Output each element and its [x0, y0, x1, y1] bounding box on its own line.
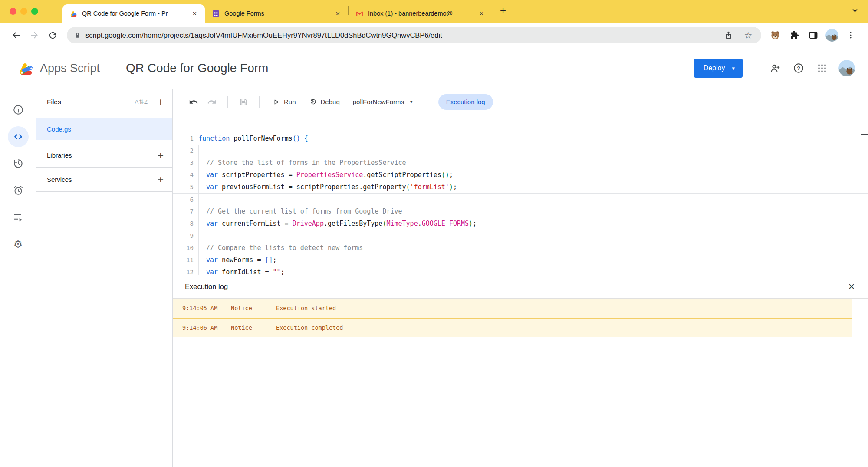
- files-panel-title: Files: [47, 98, 135, 106]
- tab-close-icon[interactable]: ✕: [334, 10, 342, 18]
- undo-icon[interactable]: [186, 94, 201, 110]
- function-selector[interactable]: pollForNewForms ▾: [348, 95, 418, 108]
- debug-button[interactable]: Debug: [304, 95, 345, 109]
- share-project-icon[interactable]: [766, 59, 784, 77]
- nav-project-history-icon[interactable]: [8, 153, 29, 174]
- bookmark-star-icon[interactable]: ☆: [741, 28, 755, 42]
- tab-gmail-inbox[interactable]: Inbox (1) - bannerbeardemo@ ✕: [349, 4, 492, 23]
- tab-title: Google Forms: [224, 10, 329, 17]
- add-library-icon[interactable]: +: [158, 150, 164, 161]
- code-line[interactable]: 8var currentFormList = DriveApp.getFiles…: [173, 217, 868, 230]
- google-forms-favicon: [212, 10, 220, 18]
- line-number: 3: [173, 157, 194, 169]
- code-text: var previousFormList = scriptProperties.…: [198, 181, 457, 193]
- tab-close-icon[interactable]: ✕: [191, 10, 199, 18]
- code-line[interactable]: 7// Get the current list of forms from G…: [173, 205, 868, 217]
- nav-overview-icon[interactable]: [8, 99, 29, 120]
- new-tab-button[interactable]: +: [500, 4, 506, 16]
- account-avatar[interactable]: [838, 60, 855, 76]
- code-line[interactable]: 3// Store the list of forms in the Prope…: [173, 157, 868, 169]
- window-close-button[interactable]: [10, 8, 16, 15]
- deploy-button[interactable]: Deploy ▾: [694, 59, 743, 78]
- code-editor[interactable]: 1function pollForNewForms() {23// Store …: [173, 115, 868, 275]
- log-level: Notice: [231, 305, 276, 312]
- line-number: 2: [173, 145, 194, 157]
- libraries-label: Libraries: [47, 151, 158, 159]
- redo-icon[interactable]: [204, 94, 220, 110]
- sort-az-icon[interactable]: A⇅Z: [135, 99, 148, 105]
- window-zoom-button[interactable]: [31, 8, 38, 15]
- forward-button[interactable]: [27, 28, 42, 43]
- code-line[interactable]: 10// Compare the lists to detect new for…: [173, 242, 868, 254]
- side-panel-icon[interactable]: [806, 28, 820, 42]
- code-line[interactable]: 4var scriptProperties = PropertiesServic…: [173, 169, 868, 181]
- debug-label: Debug: [321, 98, 340, 105]
- tab-search-chevron-icon[interactable]: [852, 7, 858, 14]
- line-number: 10: [173, 242, 194, 254]
- save-icon[interactable]: [236, 94, 251, 110]
- nav-editor-icon[interactable]: [8, 126, 29, 147]
- toolbar-extensions: [768, 28, 858, 42]
- share-icon[interactable]: [721, 28, 735, 42]
- execution-log-close-icon[interactable]: ✕: [848, 282, 855, 292]
- project-title[interactable]: QR Code for Google Form: [126, 61, 694, 75]
- bear-extension-icon[interactable]: [768, 28, 782, 42]
- tab-close-icon[interactable]: ✕: [477, 10, 486, 18]
- line-number: 12: [173, 266, 194, 275]
- help-icon[interactable]: ?: [790, 59, 807, 77]
- nav-executions-icon[interactable]: [8, 207, 29, 228]
- log-timestamp: 9:14:06 AM: [182, 324, 231, 331]
- code-line[interactable]: 2: [173, 145, 868, 157]
- tab-divider: [492, 6, 492, 15]
- log-entry: 9:14:06 AMNoticeExecution completed: [173, 318, 852, 337]
- google-apps-grid-icon[interactable]: [813, 59, 831, 77]
- services-label: Services: [47, 176, 158, 183]
- back-button[interactable]: [9, 28, 23, 43]
- debug-icon: [309, 98, 317, 106]
- line-number: 5: [173, 181, 194, 193]
- tab-google-forms[interactable]: Google Forms ✕: [205, 4, 348, 23]
- apps-script-favicon: [69, 10, 78, 18]
- nav-triggers-icon[interactable]: [8, 180, 29, 201]
- svg-text:?: ?: [797, 66, 800, 72]
- file-item-code-gs[interactable]: Code.gs: [36, 118, 172, 140]
- nav-settings-gear-icon[interactable]: ⚙: [8, 234, 29, 255]
- browser-profile-avatar[interactable]: [825, 29, 838, 42]
- address-bar[interactable]: script.google.com/home/projects/1aqsJoIV…: [67, 27, 761, 43]
- add-file-icon[interactable]: +: [158, 97, 164, 107]
- log-message: Execution started: [276, 305, 336, 312]
- execution-log-toggle[interactable]: Execution log: [438, 94, 493, 110]
- code-text: var newForms = [];: [198, 254, 277, 266]
- code-line[interactable]: 6: [173, 193, 868, 205]
- code-line[interactable]: 9: [173, 230, 868, 242]
- services-section[interactable]: Services +: [36, 168, 172, 192]
- window-minimize-button[interactable]: [20, 8, 27, 15]
- run-button[interactable]: Run: [267, 95, 301, 109]
- libraries-section[interactable]: Libraries +: [36, 143, 172, 168]
- tab-title: QR Code for Google Form - Pr: [82, 10, 186, 17]
- code-line[interactable]: 12var formIdList = "";: [173, 266, 868, 275]
- nav-rail: ⚙: [0, 89, 36, 467]
- toolbar-divider: [426, 96, 426, 108]
- code-text: // Compare the lists to detect new forms: [198, 242, 363, 254]
- editor-scrollbar[interactable]: [861, 115, 861, 275]
- log-level: Notice: [231, 324, 276, 331]
- deploy-label: Deploy: [704, 64, 725, 72]
- tab-apps-script[interactable]: QR Code for Google Form - Pr ✕: [62, 4, 205, 23]
- log-message: Execution completed: [276, 324, 343, 331]
- indent-guide: [198, 145, 199, 275]
- code-text: var formIdList = "";: [198, 266, 285, 275]
- line-number: 4: [173, 169, 194, 181]
- code-line[interactable]: 1function pollForNewForms() {: [173, 132, 868, 145]
- code-line[interactable]: 5var previousFormList = scriptProperties…: [173, 181, 868, 193]
- code-line[interactable]: 11var newForms = [];: [173, 254, 868, 266]
- reload-button[interactable]: [45, 28, 60, 43]
- code-text: // Get the current list of forms from Go…: [198, 205, 402, 217]
- apps-script-header: Apps Script QR Code for Google Form Depl…: [0, 48, 868, 89]
- add-service-icon[interactable]: +: [158, 174, 164, 185]
- browser-menu-icon[interactable]: [844, 28, 858, 42]
- gmail-favicon: [355, 10, 364, 18]
- function-name: pollForNewForms: [353, 98, 404, 105]
- url-text: script.google.com/home/projects/1aqsJoIV…: [85, 31, 717, 39]
- extensions-puzzle-icon[interactable]: [787, 28, 801, 42]
